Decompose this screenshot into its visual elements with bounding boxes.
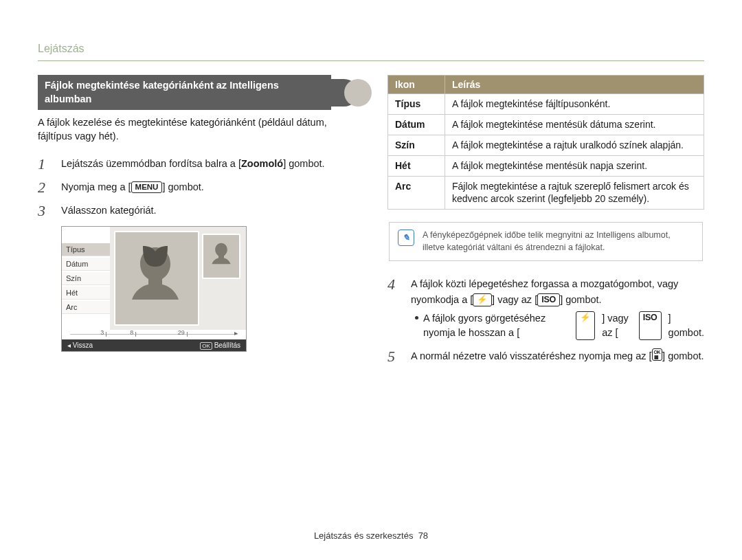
- menu-item: Típus: [62, 243, 110, 256]
- bar-set-label: Beállítás: [214, 341, 240, 349]
- step-4-subitem: A fájlok gyors görgetéséhez nyomja le ho…: [411, 311, 704, 340]
- step-number: 5: [387, 348, 404, 365]
- step-number: 4: [387, 276, 404, 341]
- table-row: DátumA fájlok megtekintése mentésük dátu…: [388, 114, 704, 135]
- screen-timeline: 3 8 29 ▸: [62, 330, 246, 339]
- info-icon: ✎: [398, 229, 414, 246]
- subheading-cap-icon: [330, 79, 372, 107]
- bar-back-label: Vissza: [73, 341, 93, 349]
- table-row: TípusA fájlok megtekintése fájltípusonké…: [388, 94, 704, 115]
- flash-icon: ⚡: [576, 311, 595, 340]
- page-header: Lejátszás: [38, 43, 704, 61]
- iso-icon: ISO: [639, 311, 662, 340]
- menu-item: Hét: [62, 287, 110, 300]
- table-row: ArcFájlok megtekintése a rajtuk szereplő…: [388, 176, 704, 210]
- table-header-desc: Leírás: [445, 76, 704, 94]
- step-number: 1: [38, 156, 54, 172]
- iso-icon: ISO: [537, 293, 560, 306]
- preview-side-thumbnail: [202, 234, 240, 279]
- menu-item: Dátum: [62, 258, 110, 271]
- table-header-icon: Ikon: [388, 76, 445, 94]
- ok-grid-icon: OK▦: [652, 348, 663, 361]
- table-row: HétA fájlok megtekintése mentésük napja …: [388, 155, 704, 176]
- note-text: A fényképezőgépnek időbe telik megnyitni…: [423, 229, 694, 254]
- menu-item: Arc: [62, 301, 110, 314]
- ok-icon: OK: [200, 342, 212, 350]
- table-row: SzínA fájlok megtekintése a rajtuk uralk…: [388, 135, 704, 155]
- preview-main-thumbnail: [114, 231, 199, 326]
- arrow-right-icon: ▸: [234, 329, 238, 337]
- icon-description-table: Ikon Leírás TípusA fájlok megtekintése f…: [387, 75, 704, 210]
- menu-item: Szín: [62, 272, 110, 285]
- camera-screen-illustration: Típus Dátum Szín Hét Arc: [61, 226, 247, 352]
- page-footer: Lejátszás és szerkesztés 78: [0, 530, 742, 541]
- step-number: 3: [38, 203, 54, 219]
- info-note: ✎ A fényképezőgépnek időbe telik megnyit…: [389, 222, 703, 261]
- section-subheading: Fájlok megtekintése kategóriánként az In…: [38, 75, 355, 110]
- step-1-text: Lejátszás üzemmódban fordítsa balra a [Z…: [61, 156, 355, 172]
- step-4-text: A fájlok közti lépegetéshez forgassa a m…: [411, 276, 704, 341]
- step-3-text: Válasszon kategóriát.: [61, 203, 355, 219]
- step-5-text: A normál nézetre való visszatéréshez nyo…: [411, 348, 704, 365]
- screen-category-menu: Típus Dátum Szín Hét Arc: [62, 227, 110, 330]
- menu-button-label: MENU: [131, 181, 163, 194]
- back-arrow-icon: ◂: [67, 341, 71, 349]
- step-2-text: Nyomja meg a [MENU] gombot.: [61, 179, 355, 196]
- svg-point-2: [344, 79, 372, 107]
- step-number: 2: [38, 179, 54, 196]
- flash-icon: ⚡: [473, 293, 492, 306]
- intro-text: A fájlok kezelése és megtekintése kategó…: [38, 115, 355, 144]
